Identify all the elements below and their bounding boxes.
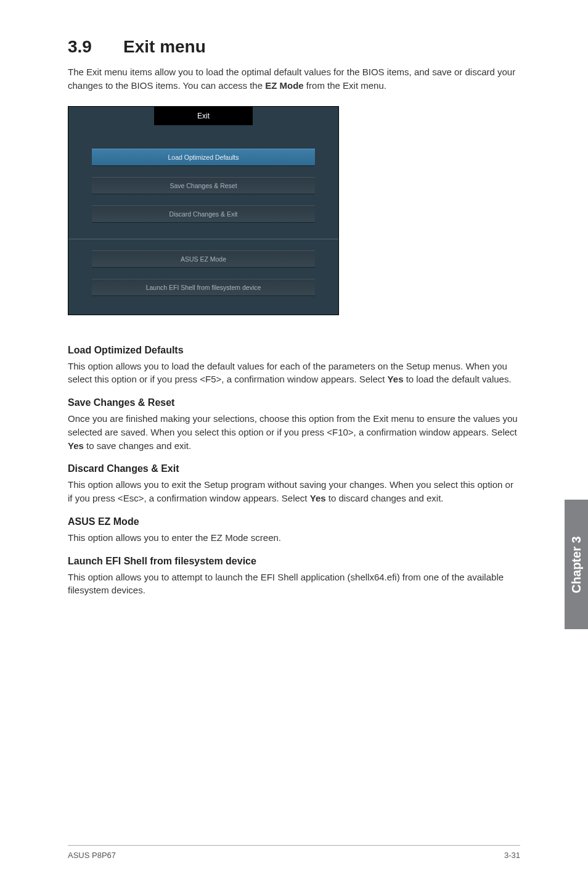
intro-text-2: from the Exit menu. — [304, 80, 386, 91]
text: This option allows you to exit the Setup… — [68, 479, 513, 503]
text-bold: Yes — [310, 493, 326, 503]
intro-bold: EZ Mode — [265, 80, 304, 91]
heading-discard-exit: Discard Changes & Exit — [68, 463, 520, 474]
text: to save changes and exit. — [84, 440, 191, 451]
bios-btn-save-changes-reset[interactable]: Save Changes & Reset — [92, 177, 315, 194]
chapter-side-tab: Chapter 3 — [565, 500, 588, 629]
page-footer: ASUS P8P67 3-31 — [68, 845, 520, 860]
bios-screenshot: Exit Load Optimized Defaults Save Change… — [68, 106, 339, 315]
para-save-reset: Once you are finished making your select… — [68, 412, 520, 452]
bios-btn-launch-efi-shell[interactable]: Launch EFI Shell from filesystem device — [92, 279, 315, 296]
section-title-text: Exit menu — [123, 37, 206, 56]
heading-save-reset: Save Changes & Reset — [68, 397, 520, 408]
heading-load-defaults: Load Optimized Defaults — [68, 345, 520, 356]
heading-ez-mode: ASUS EZ Mode — [68, 516, 520, 527]
bios-body: Load Optimized Defaults Save Changes & R… — [68, 125, 338, 315]
para-launch-efi: This option allows you to attempt to lau… — [68, 571, 520, 598]
bios-btn-load-optimized-defaults[interactable]: Load Optimized Defaults — [92, 149, 315, 166]
bios-tab-exit[interactable]: Exit — [154, 107, 253, 125]
text: to load the default values. — [403, 374, 511, 384]
bios-btn-discard-changes-exit[interactable]: Discard Changes & Exit — [92, 205, 315, 223]
bios-btn-asus-ez-mode[interactable]: ASUS EZ Mode — [92, 250, 315, 268]
intro-paragraph: The Exit menu items allow you to load th… — [68, 65, 520, 93]
para-load-defaults: This option allows you to load the defau… — [68, 360, 520, 387]
bios-separator — [68, 239, 338, 239]
text-bold: Yes — [388, 374, 404, 384]
para-ez-mode: This option allows you to enter the EZ M… — [68, 531, 520, 545]
text-bold: Yes — [68, 440, 84, 451]
section-number: 3.9 — [68, 37, 123, 57]
chapter-side-tab-label: Chapter 3 — [570, 536, 584, 593]
footer-right: 3-31 — [504, 851, 520, 860]
text: Once you are finished making your select… — [68, 413, 518, 437]
footer-left: ASUS P8P67 — [68, 851, 116, 860]
heading-launch-efi: Launch EFI Shell from filesystem device — [68, 556, 520, 567]
para-discard-exit: This option allows you to exit the Setup… — [68, 478, 520, 505]
page-title: 3.9Exit menu — [68, 37, 520, 57]
text: to discard changes and exit. — [326, 493, 444, 503]
